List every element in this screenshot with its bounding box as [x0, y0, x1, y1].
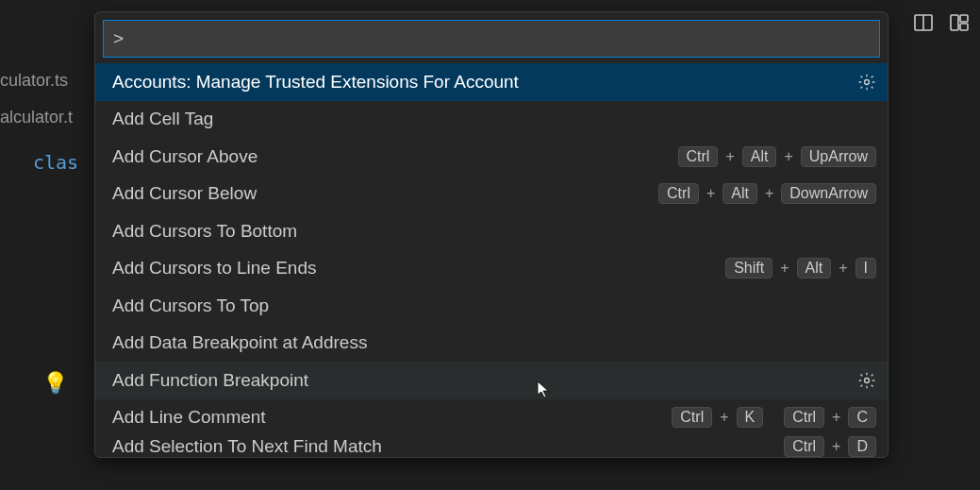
keybinding-key: C: [848, 407, 876, 428]
command-item[interactable]: Add Cursor AboveCtrl+Alt+UpArrow: [95, 138, 888, 176]
command-item-label: Add Cursors to Line Ends: [112, 258, 725, 279]
tab-strip: culator.ts alculator.t: [0, 71, 73, 127]
gear-icon[interactable]: [857, 73, 876, 92]
keybinding-key: K: [737, 407, 764, 428]
command-item[interactable]: Add Cursor BelowCtrl+Alt+DownArrow: [95, 176, 888, 213]
svg-rect-3: [960, 15, 968, 22]
command-item-label: Add Cell Tag: [112, 109, 876, 129]
command-item-right: Shift+Alt+I: [725, 258, 876, 279]
command-list: Accounts: Manage Trusted Extensions For …: [95, 63, 888, 457]
keybinding-plus: +: [718, 409, 730, 426]
command-item-label: Add Cursor Below: [112, 183, 658, 204]
command-input[interactable]: [103, 20, 880, 58]
keybinding-key: Alt: [797, 258, 832, 279]
keybinding-key: Ctrl: [784, 407, 824, 428]
keybinding-plus: +: [830, 409, 842, 426]
command-item-right: Ctrl+D: [784, 436, 876, 457]
keybinding-key: Ctrl: [678, 146, 719, 167]
command-item[interactable]: Accounts: Manage Trusted Extensions For …: [95, 63, 888, 101]
keybinding-plus: +: [837, 260, 849, 277]
keybinding-key: Shift: [725, 258, 772, 279]
keybinding-key: I: [855, 258, 876, 279]
command-item[interactable]: Add Cursors to Line EndsShift+Alt+I: [95, 250, 888, 288]
customize-layout-icon[interactable]: [948, 11, 971, 34]
keybinding-key: DownArrow: [781, 183, 876, 204]
command-item-label: Accounts: Manage Trusted Extensions For …: [112, 72, 857, 93]
code-keyword: clas: [33, 151, 78, 174]
command-item-label: Add Cursors To Top: [112, 296, 876, 316]
keybinding-plus: +: [723, 148, 736, 165]
command-item-label: Add Selection To Next Find Match: [112, 436, 784, 457]
keybinding-plus: +: [763, 185, 775, 202]
command-item[interactable]: Add Cell Tag: [95, 101, 888, 139]
keybinding-key: UpArrow: [801, 146, 876, 167]
svg-point-6: [865, 378, 870, 382]
keybinding-key: Ctrl: [658, 183, 699, 204]
command-item-right: Ctrl+Alt+DownArrow: [658, 183, 876, 204]
split-editor-icon[interactable]: [912, 11, 935, 34]
keybinding-plus: +: [778, 260, 790, 277]
command-item[interactable]: Add Function Breakpoint: [95, 362, 888, 399]
editor-tab-2[interactable]: alculator.t: [0, 108, 73, 127]
command-item-right: [857, 371, 876, 390]
command-item[interactable]: Add Cursors To Top: [95, 287, 888, 325]
keybinding-plus: +: [782, 148, 794, 165]
svg-point-5: [865, 79, 870, 84]
keybinding-plus: +: [705, 185, 717, 202]
command-item-label: Add Data Breakpoint at Address: [112, 332, 876, 353]
command-item-label: Add Cursor Above: [112, 146, 678, 167]
keybinding-key: D: [848, 436, 876, 457]
command-item-right: [857, 73, 876, 92]
command-item[interactable]: Add Selection To Next Find MatchCtrl+D: [95, 436, 888, 457]
keybinding-plus: +: [830, 438, 842, 455]
keybinding-key: Alt: [742, 146, 777, 167]
command-item-label: Add Function Breakpoint: [112, 370, 857, 391]
command-item-right: Ctrl+Alt+UpArrow: [678, 146, 876, 167]
editor-tab-1[interactable]: culator.ts: [0, 71, 73, 91]
command-item-label: Add Line Comment: [112, 407, 672, 428]
keybinding-key: Alt: [723, 183, 757, 204]
command-palette: Accounts: Manage Trusted Extensions For …: [94, 11, 889, 458]
command-item[interactable]: Add Line CommentCtrl+KCtrl+C: [95, 399, 888, 437]
svg-rect-2: [951, 15, 958, 30]
keybinding-key: Ctrl: [672, 407, 712, 428]
command-item[interactable]: Add Cursors To Bottom: [95, 212, 888, 250]
keybinding-key: Ctrl: [784, 436, 824, 457]
gear-icon[interactable]: [857, 371, 876, 390]
lightbulb-icon[interactable]: 💡: [42, 371, 68, 396]
command-item[interactable]: Add Data Breakpoint at Address: [95, 325, 888, 363]
svg-rect-4: [960, 24, 968, 30]
command-input-wrap: [95, 12, 888, 63]
command-item-right: Ctrl+KCtrl+C: [672, 407, 876, 428]
command-item-label: Add Cursors To Bottom: [112, 221, 876, 242]
